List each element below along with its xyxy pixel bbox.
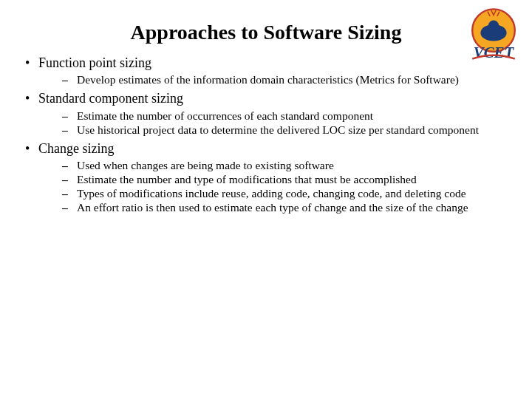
svg-point-4: [488, 21, 499, 31]
slide-title: Approaches to Software Sizing: [0, 0, 532, 55]
bullet-level1: Function point sizing Develop estimates …: [19, 55, 513, 87]
bullet-level2: Estimate the number and type of modifica…: [62, 173, 513, 187]
vcet-logo: VCET: [464, 4, 523, 64]
bullet-text: Change sizing: [38, 141, 114, 156]
svg-text:VCET: VCET: [474, 44, 515, 61]
bullet-level2: Estimate the number of occurrences of ea…: [62, 109, 513, 123]
bullet-level2: Types of modifications include reuse, ad…: [62, 187, 513, 201]
bullet-text: Function point sizing: [38, 55, 151, 70]
bullet-level1: Change sizing Used when changes are bein…: [19, 140, 513, 215]
bullet-level2: Use historical project data to determine…: [62, 123, 513, 137]
bullet-text: Standard component sizing: [38, 91, 183, 106]
bullet-level2: Develop estimates of the information dom…: [62, 73, 513, 87]
bullet-level1: Standard component sizing Estimate the n…: [19, 90, 513, 137]
bullet-level2: An effort ratio is then used to estimate…: [62, 201, 513, 215]
bullet-level2: Used when changes are being made to exis…: [62, 159, 513, 173]
slide-content: Function point sizing Develop estimates …: [0, 55, 532, 215]
